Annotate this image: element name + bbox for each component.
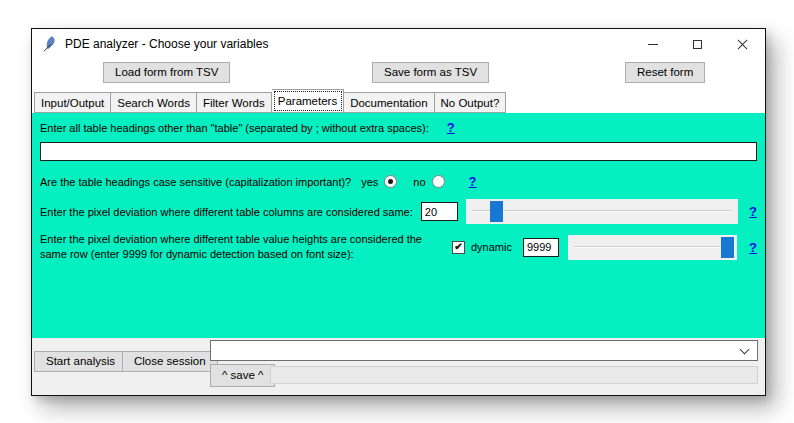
close-button[interactable]	[720, 29, 765, 59]
slider-handle[interactable]	[490, 201, 503, 222]
column-deviation-label: Enter the pixel deviation where differen…	[40, 206, 413, 218]
yes-label: yes	[361, 176, 378, 188]
dynamic-label: dynamic	[471, 241, 512, 253]
reset-form-button[interactable]: Reset form	[625, 62, 705, 83]
chevron-down-icon[interactable]	[740, 345, 750, 355]
table-headings-input[interactable]	[40, 142, 757, 161]
session-combobox[interactable]	[210, 340, 758, 361]
help-link-column[interactable]: ?	[749, 204, 757, 219]
toolbar: Load form from TSV Save form as TSV Rese…	[32, 59, 765, 89]
column-deviation-input[interactable]	[421, 202, 458, 221]
row-deviation-slider[interactable]	[568, 235, 737, 260]
help-link-headings[interactable]: ?	[447, 120, 455, 135]
tab-bar: Input/Output Search Words Filter Words P…	[32, 89, 765, 113]
slider-handle[interactable]	[721, 237, 734, 258]
dynamic-checkbox[interactable]: ✔	[452, 241, 465, 254]
tab-parameters[interactable]: Parameters	[272, 89, 344, 113]
parameters-pane: Enter all table headings other than "tab…	[32, 113, 765, 338]
radio-no[interactable]	[432, 175, 445, 188]
app-window: PDE analyzer - Choose your variables Loa…	[31, 28, 766, 396]
window-title: PDE analyzer - Choose your variables	[65, 37, 268, 51]
start-analysis-button[interactable]: Start analysis	[34, 351, 127, 372]
column-deviation-row: Enter the pixel deviation where differen…	[40, 199, 757, 224]
slider-groove	[574, 246, 731, 248]
no-label: no	[413, 176, 425, 188]
row-deviation-label: Enter the pixel deviation where differen…	[40, 232, 443, 262]
row-deviation-input[interactable]	[523, 238, 559, 257]
case-sensitive-row: Are the table headings case sensitive (c…	[40, 174, 757, 189]
tab-no-output[interactable]: No Output?	[435, 92, 507, 113]
case-sensitive-label: Are the table headings case sensitive (c…	[40, 176, 351, 188]
footer: Start analysis Close session ^ save ^	[32, 338, 765, 395]
close-icon	[737, 39, 748, 50]
tab-documentation[interactable]: Documentation	[344, 92, 434, 113]
tab-search-words[interactable]: Search Words	[111, 92, 197, 113]
help-link-row[interactable]: ?	[749, 240, 757, 255]
minimize-icon	[648, 44, 658, 45]
table-headings-label: Enter all table headings other than "tab…	[40, 122, 429, 134]
radio-yes[interactable]	[384, 175, 397, 188]
row-deviation-row: Enter the pixel deviation where differen…	[40, 232, 757, 262]
table-headings-row: Enter all table headings other than "tab…	[40, 120, 757, 135]
save-name-field[interactable]	[270, 366, 758, 384]
tk-feather-icon	[42, 36, 56, 52]
maximize-icon	[693, 40, 702, 49]
save-caret-button[interactable]: ^ save ^	[210, 364, 275, 387]
tab-input-output[interactable]: Input/Output	[34, 92, 111, 113]
check-icon: ✔	[454, 242, 462, 252]
help-link-case[interactable]: ?	[469, 174, 477, 189]
maximize-button[interactable]	[675, 29, 720, 59]
load-form-button[interactable]: Load form from TSV	[103, 62, 230, 83]
minimize-button[interactable]	[630, 29, 675, 59]
slider-groove	[472, 210, 732, 212]
save-form-button[interactable]: Save form as TSV	[372, 62, 489, 83]
tab-filter-words[interactable]: Filter Words	[197, 92, 272, 113]
titlebar: PDE analyzer - Choose your variables	[32, 29, 765, 59]
close-session-button[interactable]: Close session	[122, 351, 218, 372]
column-deviation-slider[interactable]	[466, 199, 738, 224]
window-controls	[630, 29, 765, 59]
